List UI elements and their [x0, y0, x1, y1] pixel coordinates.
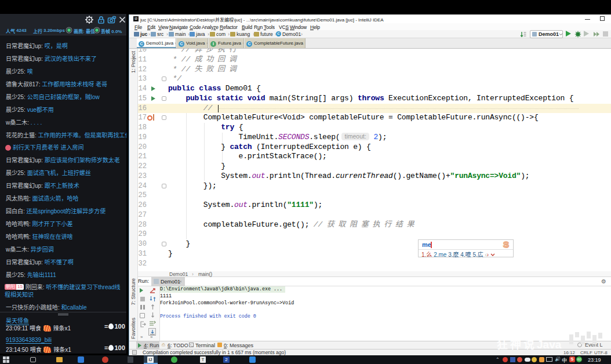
svg-text:S: S	[503, 239, 509, 249]
